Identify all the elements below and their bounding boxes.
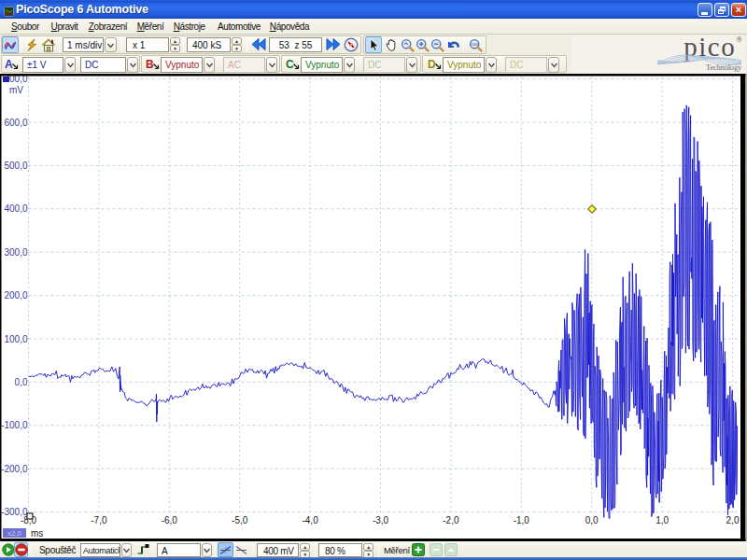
svg-text:400,0: 400,0 [4,203,27,214]
svg-text:x2,0: x2,0 [7,529,22,538]
svg-text:100: 100 [471,42,478,47]
svg-text:ms: ms [31,528,43,539]
svg-text:-5,0: -5,0 [232,515,248,525]
svg-text:-7,0: -7,0 [91,515,107,525]
svg-text:100,0: 100,0 [4,334,27,344]
svg-text:2,0: 2,0 [726,515,740,525]
svg-text:0,0: 0,0 [15,377,28,387]
svg-text:300,0: 300,0 [4,247,27,258]
svg-text:500,0: 500,0 [4,161,27,171]
svg-text:1,0: 1,0 [655,515,669,525]
svg-text:600,0: 600,0 [4,118,27,128]
svg-text:-4,0: -4,0 [302,515,318,525]
svg-text:-1,0: -1,0 [514,515,530,525]
svg-text:-100,0: -100,0 [1,420,28,430]
svg-text:-6,0: -6,0 [162,515,178,525]
svg-text:-200,0: -200,0 [1,464,28,474]
svg-text:-2,0: -2,0 [443,515,459,525]
svg-text:0,0: 0,0 [585,515,599,525]
svg-text:200,0: 200,0 [4,290,27,301]
svg-text:mV: mV [9,85,23,95]
svg-text:-3,0: -3,0 [373,515,389,525]
